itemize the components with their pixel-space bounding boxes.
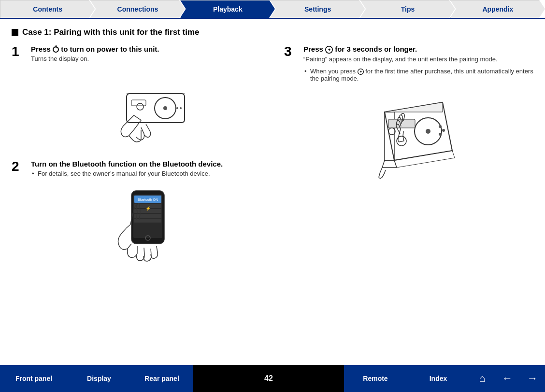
step-3-sub: “Pairing” appears on the display, and th… [303, 56, 533, 63]
tab-settings[interactable]: Settings [270, 0, 365, 18]
step-1: 1 Press to turn on power to this unit. T… [12, 45, 261, 148]
left-column: 1 Press to turn on power to this unit. T… [12, 45, 272, 286]
svg-point-3 [137, 103, 143, 110]
tab-playback[interactable]: Playback [180, 0, 275, 18]
svg-text:⚡: ⚡ [145, 206, 151, 211]
svg-point-26 [442, 129, 445, 132]
svg-rect-28 [388, 119, 415, 128]
two-column-layout: 1 Press to turn on power to this unit. T… [12, 45, 533, 286]
display-button[interactable]: Display [68, 365, 130, 392]
title-marker [12, 29, 18, 36]
page-number: 42 [193, 374, 344, 383]
home-button[interactable]: ⌂ [470, 365, 495, 392]
next-button[interactable]: → [520, 365, 545, 392]
prev-button[interactable]: ← [495, 365, 520, 392]
step-2-illustration: Bluetooth ON ⚡ [31, 181, 261, 270]
step-1-sub: Turns the display on. [31, 55, 261, 62]
step-3-number: 3 [284, 45, 298, 188]
step-1-main: Press to turn on power to this unit. [31, 45, 261, 53]
section-title: Case 1: Pairing with this unit for the f… [12, 28, 533, 37]
step-2-number: 2 [12, 160, 25, 274]
svg-rect-4 [131, 100, 146, 106]
step-3: 3 Press ✦ for 3 seconds or longer. “Pair… [284, 45, 533, 188]
remote-button[interactable]: Remote [344, 365, 407, 392]
step-1-illustration [31, 67, 261, 144]
top-navigation: Contents Connections Playback Settings T… [0, 0, 545, 19]
front-panel-button[interactable]: Front panel [0, 365, 68, 392]
svg-point-25 [439, 125, 442, 128]
home-icon: ⌂ [479, 372, 485, 385]
step-2-content: Turn on the Bluetooth function on the Bl… [31, 160, 261, 274]
step-2: 2 Turn on the Bluetooth function on the … [12, 160, 261, 274]
step-1-number: 1 [12, 45, 25, 148]
bottom-navigation: Front panel Display Rear panel 42 Remote… [0, 365, 545, 392]
index-button[interactable]: Index [407, 365, 470, 392]
svg-point-6 [180, 107, 182, 109]
step-3-illustration [303, 88, 533, 184]
arrow-right-icon: → [527, 372, 538, 385]
svg-rect-16 [134, 219, 161, 223]
tab-contents[interactable]: Contents [0, 0, 95, 18]
step-1-content: Press to turn on power to this unit. Tur… [31, 45, 261, 148]
svg-text:✦: ✦ [328, 48, 331, 52]
rear-panel-button[interactable]: Rear panel [130, 365, 193, 392]
svg-text:✦: ✦ [359, 70, 362, 73]
svg-point-24 [426, 129, 430, 134]
tab-tips[interactable]: Tips [360, 0, 455, 18]
step-2-main: Turn on the Bluetooth function on the Bl… [31, 160, 261, 168]
svg-text:Bluetooth ON: Bluetooth ON [138, 198, 158, 201]
nav-icons: ⌂ ← → [470, 365, 545, 392]
svg-point-5 [176, 107, 178, 109]
step-3-main: Press ✦ for 3 seconds or longer. [303, 45, 533, 54]
svg-point-2 [163, 106, 167, 110]
arrow-left-icon: ← [502, 372, 513, 385]
svg-rect-15 [134, 214, 161, 218]
main-content: Case 1: Pairing with this unit for the f… [0, 19, 545, 361]
svg-point-27 [439, 133, 442, 136]
step-2-bullet: For details, see the owner’s manual for … [31, 170, 261, 177]
right-column: 3 Press ✦ for 3 seconds or longer. “Pair… [272, 45, 533, 286]
tab-connections[interactable]: Connections [90, 0, 185, 18]
step-3-bullet: When you press ✦ for the first time afte… [303, 68, 533, 82]
tab-appendix[interactable]: Appendix [450, 0, 545, 18]
step-3-content: Press ✦ for 3 seconds or longer. “Pairin… [303, 45, 533, 188]
